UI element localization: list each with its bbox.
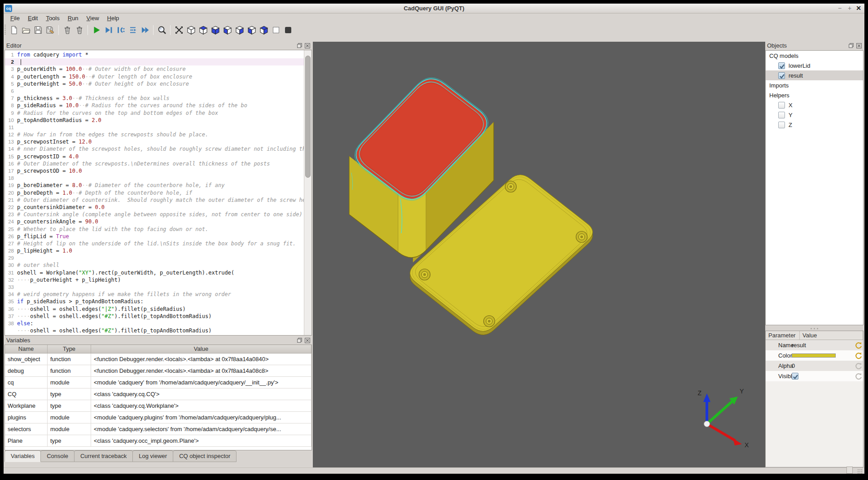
square-outline-icon[interactable] xyxy=(270,24,282,36)
editor-scrollbar-thumb[interactable] xyxy=(305,56,311,178)
code-line[interactable]: 22p_countersinkDiameter = 0.0 xyxy=(5,204,304,211)
code-line[interactable]: 26p_flipLid = True xyxy=(5,233,304,240)
open-icon[interactable] xyxy=(20,24,32,36)
code-line[interactable]: 15p_screwpostID = 4.0 xyxy=(5,153,304,160)
objects-item-lowerlid[interactable]: lowerLid xyxy=(766,61,863,70)
maximize-button[interactable]: + xyxy=(845,4,855,13)
code-line[interactable]: 31oshell = Workplane("XY").rect(p_outerW… xyxy=(5,269,304,276)
table-row[interactable]: cqmodule<module 'cadquery' from '/home/a… xyxy=(5,377,311,388)
save-icon[interactable] xyxy=(32,24,44,36)
iso-view-icon[interactable] xyxy=(185,24,197,36)
top-view-icon[interactable] xyxy=(197,24,209,36)
code-line[interactable]: 25# Whether to place the lid with the to… xyxy=(5,226,304,233)
code-line[interactable]: 23# Countersink angle (complete angle be… xyxy=(5,211,304,218)
bottom-view-icon[interactable] xyxy=(209,24,221,36)
code-line[interactable]: 21# Outer diameter of countersink. Shoul… xyxy=(5,196,304,204)
step-over-icon[interactable] xyxy=(127,24,139,36)
resize-grip[interactable] xyxy=(857,469,863,474)
tab-log-viewer[interactable]: Log viewer xyxy=(132,450,173,462)
table-row[interactable]: selectorsmodule<module 'cadquery.selecto… xyxy=(5,423,311,435)
code-line[interactable]: 33 xyxy=(5,284,304,291)
property-row-name[interactable]: Nameresult xyxy=(766,340,863,350)
property-row-alpha[interactable]: Alpha0 xyxy=(766,361,863,371)
objects-item-y[interactable]: Y xyxy=(766,110,863,120)
code-line[interactable]: 32····p_outerHeight + p_lipHeight) xyxy=(5,276,304,284)
property-value[interactable]: 0 xyxy=(791,362,863,369)
menu-run[interactable]: Run xyxy=(64,14,83,22)
property-row-color[interactable]: Color xyxy=(766,350,863,361)
code-line[interactable]: 30# outer shell xyxy=(5,262,304,269)
square-filled-icon[interactable] xyxy=(282,24,294,36)
objects-item-result[interactable]: result xyxy=(766,70,863,80)
close-dock-icon[interactable] xyxy=(304,337,311,344)
checked-checkbox[interactable] xyxy=(778,72,785,79)
tab-console[interactable]: Console xyxy=(40,450,75,462)
unchecked-checkbox[interactable] xyxy=(778,102,785,109)
menu-file[interactable]: File xyxy=(6,14,24,22)
3d-viewport[interactable]: Z Y X xyxy=(313,42,765,467)
variables-column-header[interactable]: Name xyxy=(5,345,48,353)
code-line[interactable]: 2 xyxy=(5,58,304,65)
checked-checkbox[interactable] xyxy=(792,373,798,380)
code-line[interactable]: 12# How far in from the edges the screwp… xyxy=(5,131,304,138)
code-line[interactable]: 38else: xyxy=(5,320,304,327)
float-dock-icon[interactable] xyxy=(848,43,855,49)
code-line[interactable]: 10p_topAndBottomRadius = 2.0 xyxy=(5,117,304,124)
minimize-button[interactable]: − xyxy=(835,4,845,13)
table-row[interactable]: CQtype<class 'cadquery.cq.CQ'> xyxy=(5,388,311,400)
continue-icon[interactable] xyxy=(139,24,151,36)
undo-icon[interactable] xyxy=(855,372,862,380)
fit-view-icon[interactable] xyxy=(173,24,185,36)
property-row-visible[interactable]: Visible xyxy=(766,371,863,381)
back-view-icon[interactable] xyxy=(258,24,270,36)
save-as-icon[interactable] xyxy=(44,24,56,36)
code-line[interactable]: 7p_thickness = 3.0··# Thickness of the b… xyxy=(5,95,304,102)
code-line[interactable]: 20p_boreDepth = 1.0··# Depth of the coun… xyxy=(5,189,304,196)
panel-splitter[interactable] xyxy=(765,326,864,331)
table-row[interactable]: debugfunction<function Debugger.render.<… xyxy=(5,365,311,377)
code-line[interactable]: 19p_boreDiameter = 8.0··# Diameter of th… xyxy=(5,182,304,189)
code-line[interactable]: 8p_sideRadius = 10.0··# Radius for the c… xyxy=(5,102,304,109)
menu-edit[interactable]: Edit xyxy=(24,14,42,22)
step-icon[interactable] xyxy=(114,24,127,36)
code-line[interactable]: 36····oshell = oshell.edges("|Z").fillet… xyxy=(5,305,304,313)
table-row[interactable]: show_objectfunction<function Debugger.re… xyxy=(5,353,311,365)
objects-item-cq-models[interactable]: CQ models xyxy=(766,51,863,61)
objects-item-helpers[interactable]: Helpers xyxy=(766,90,863,100)
code-line[interactable]: ····oshell = oshell.edges("#Z").fillet(p… xyxy=(5,327,304,334)
tab-variables[interactable]: Variables xyxy=(4,450,41,462)
code-line[interactable]: 1from cadquery import * xyxy=(5,51,304,58)
size-grip-box[interactable] xyxy=(846,467,853,474)
code-line[interactable]: 27# Height of lip on the underside of th… xyxy=(5,240,304,247)
zoom-icon[interactable] xyxy=(156,24,168,36)
debug-icon[interactable] xyxy=(102,24,114,36)
code-line[interactable]: 9# Radius for the curves on the top and … xyxy=(5,109,304,117)
code-editor[interactable]: 1from cadquery import *23p_outerWidth = … xyxy=(5,50,304,335)
menu-help[interactable]: Help xyxy=(103,14,123,22)
undo-icon[interactable] xyxy=(855,341,862,349)
left-view-icon[interactable] xyxy=(221,24,233,36)
code-line[interactable]: 17p_screwpostOD = 10.0 xyxy=(5,167,304,175)
unchecked-checkbox[interactable] xyxy=(778,122,785,128)
code-line[interactable]: 34# weird geometry happens if we make th… xyxy=(5,291,304,298)
menu-view[interactable]: View xyxy=(83,14,103,22)
objects-item-imports[interactable]: Imports xyxy=(766,80,863,90)
code-line[interactable]: 28p_lipHeight = 1.0 xyxy=(5,247,304,254)
clear-icon[interactable] xyxy=(61,24,73,36)
new-file-icon[interactable] xyxy=(8,24,20,36)
code-line[interactable]: 11 xyxy=(5,124,304,131)
undo-icon[interactable] xyxy=(855,362,862,370)
editor-scrollbar[interactable] xyxy=(304,50,311,335)
checked-checkbox[interactable] xyxy=(778,62,785,69)
table-row[interactable]: Workplanetype<class 'cadquery.cq.Workpla… xyxy=(5,400,311,412)
table-row[interactable]: Planetype<class 'cadquery.occ_impl.geom.… xyxy=(5,435,311,447)
float-dock-icon[interactable] xyxy=(297,337,303,344)
code-line[interactable]: 6 xyxy=(5,87,304,95)
menu-tools[interactable]: Tools xyxy=(42,14,63,22)
front-view-icon[interactable] xyxy=(245,24,258,36)
code-line[interactable]: 37····oshell = oshell.edges("#Z").fillet… xyxy=(5,313,304,320)
float-dock-icon[interactable] xyxy=(297,43,303,49)
code-line[interactable]: 24p_countersinkAngle = 90.0 xyxy=(5,218,304,225)
properties-column-header[interactable]: Value xyxy=(800,331,863,340)
code-line[interactable]: 18 xyxy=(5,175,304,182)
